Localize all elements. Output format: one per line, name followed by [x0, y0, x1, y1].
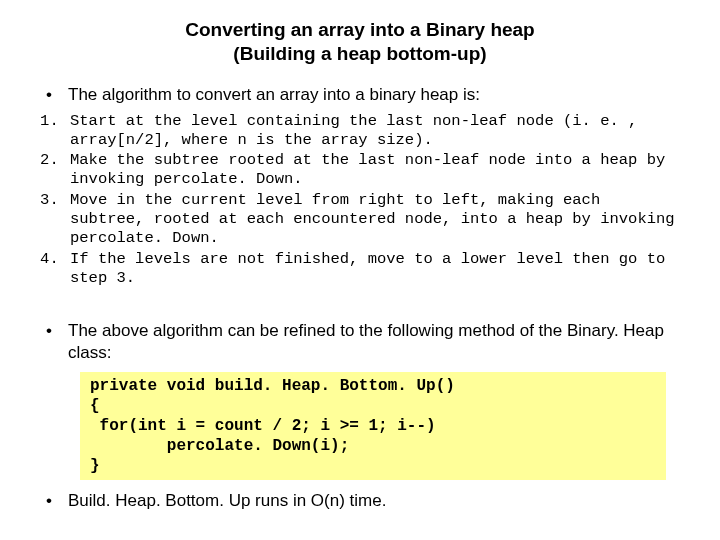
- intro-bullet: The algorithm to convert an array into a…: [40, 84, 680, 106]
- title-line2: (Building a heap bottom-up): [233, 43, 486, 64]
- step-4: If the levels are not finished, move to …: [68, 250, 680, 288]
- step-1: Start at the level containing the last n…: [68, 112, 680, 150]
- step-3: Move in the current level from right to …: [68, 191, 680, 248]
- intro-text: The algorithm to convert an array into a…: [68, 85, 480, 104]
- runtime-text: Build. Heap. Bottom. Up runs in O(n) tim…: [68, 491, 386, 510]
- step-2: Make the subtree rooted at the last non-…: [68, 151, 680, 189]
- code-block: private void build. Heap. Bottom. Up() {…: [80, 372, 666, 480]
- algorithm-steps: Start at the level containing the last n…: [40, 112, 680, 288]
- slide-title: Converting an array into a Binary heap (…: [40, 18, 680, 66]
- runtime-bullet: Build. Heap. Bottom. Up runs in O(n) tim…: [40, 490, 680, 512]
- title-line1: Converting an array into a Binary heap: [185, 19, 534, 40]
- refined-text: The above algorithm can be refined to th…: [68, 321, 664, 362]
- refined-bullet: The above algorithm can be refined to th…: [40, 320, 680, 364]
